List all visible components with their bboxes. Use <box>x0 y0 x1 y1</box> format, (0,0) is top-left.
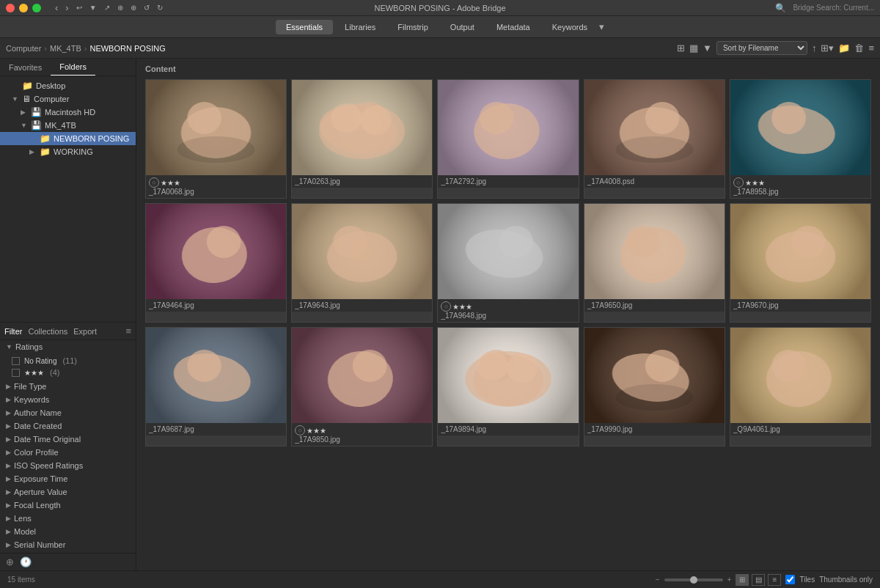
filter-group-lens[interactable]: ▶ Lens <box>0 512 136 525</box>
thumbnail-image <box>292 204 432 299</box>
thumbnail-item[interactable]: _17A9687.jpg <box>145 327 287 446</box>
filter-group-aperture[interactable]: ▶ Aperture Value <box>0 485 136 499</box>
favorites-tab[interactable]: Favorites <box>0 59 51 76</box>
folder-mk4tb[interactable]: ▼ 💾 MK_4TB <box>0 119 136 132</box>
zoom-slider[interactable] <box>664 578 723 581</box>
tab-metadata[interactable]: Metadata <box>486 20 540 34</box>
folder-newborn-posing[interactable]: 📁 NEWBORN POSING <box>0 132 136 145</box>
add-to-favorites-icon[interactable]: ⊕ <box>6 556 14 567</box>
tab-filmstrip[interactable]: Filmstrip <box>387 20 439 34</box>
thumbnail-item[interactable]: _17A2792.jpg <box>437 79 579 199</box>
zoom-minus-icon[interactable]: − <box>656 576 660 584</box>
expand-icon: ▼ <box>12 95 19 103</box>
filter-group-iso[interactable]: ▶ ISO Speed Ratings <box>0 459 136 472</box>
toolbar-icon-1[interactable]: ⊞ <box>677 43 685 54</box>
thumbnail-item[interactable]: _17A9670.jpg <box>730 203 871 323</box>
toolbar-icon-2[interactable]: ▦ <box>689 43 698 54</box>
tab-output[interactable]: Output <box>440 20 485 34</box>
tab-libraries[interactable]: Libraries <box>334 20 386 34</box>
view-list-button[interactable]: ▤ <box>752 574 765 586</box>
folders-tab[interactable]: Folders <box>51 59 95 76</box>
zoom-plus-icon[interactable]: + <box>727 576 732 584</box>
nav-btn-2[interactable]: ▼ <box>87 4 99 12</box>
thumbnail-item[interactable]: _17A9894.jpg <box>437 327 579 446</box>
tab-essentials[interactable]: Essentials <box>276 20 333 34</box>
tab-keywords[interactable]: Keywords <box>542 20 598 34</box>
view-grid-button[interactable]: ⊞ <box>736 574 749 586</box>
thumbnail-info: _17A0263.jpg <box>292 175 432 188</box>
minimize-button[interactable] <box>19 4 28 12</box>
view-options-button[interactable]: ⊞▾ <box>821 43 834 54</box>
folder-macintosh-hd[interactable]: ▶ 💾 Macintosh HD <box>0 106 136 119</box>
folder-computer[interactable]: ▼ 🖥 Computer <box>0 92 136 106</box>
breadcrumb-current[interactable]: NEWBORN POSING <box>89 44 165 53</box>
thumbnail-item[interactable]: _17A4008.psd <box>584 79 725 199</box>
thumbnail-item[interactable]: _17A9990.jpg <box>584 327 725 446</box>
folder-working[interactable]: ▶ 📁 WORKING <box>0 145 136 158</box>
back-button[interactable]: ‹ <box>53 2 60 13</box>
filter-group-datetime-original[interactable]: ▶ Date Time Original <box>0 433 136 446</box>
filter-icon[interactable]: ▼ <box>703 43 712 54</box>
filter-menu-button[interactable]: ≡ <box>125 326 131 337</box>
breadcrumb-mk4tb[interactable]: MK_4TB <box>50 44 81 53</box>
menu-button[interactable]: ≡ <box>868 43 874 54</box>
rating-checkbox[interactable] <box>12 357 20 365</box>
forward-button[interactable]: › <box>63 2 70 13</box>
thumbnail-item[interactable]: _Q9A4061.jpg <box>730 327 871 446</box>
nav-btn-5[interactable]: ⊕ <box>128 4 139 12</box>
filter-group-label: File Type <box>14 382 46 391</box>
filter-group-ratings[interactable]: ▼ Ratings <box>0 340 136 353</box>
nav-btn-7[interactable]: ↻ <box>155 4 165 12</box>
rating-checkbox[interactable] <box>12 369 20 377</box>
nav-btn-6[interactable]: ↺ <box>142 4 152 12</box>
expand-icon: ▶ <box>6 383 11 390</box>
view-detail-button[interactable]: ≡ <box>768 574 781 586</box>
filter-group-label: Model <box>14 527 36 536</box>
search-input-placeholder[interactable]: Bridge Search: Current... <box>793 4 874 12</box>
filter-group-color-profile[interactable]: ▶ Color Profile <box>0 446 136 459</box>
thumbnail-item[interactable]: ○★★★_17A9648.jpg <box>437 203 579 323</box>
collections-tab[interactable]: Collections <box>28 327 67 336</box>
thumbnail-info: _17A4008.psd <box>584 175 725 188</box>
tiles-checkbox[interactable] <box>785 575 795 584</box>
recent-files-icon[interactable]: 🕐 <box>20 556 32 567</box>
rating-3-stars[interactable]: ★★★ (4) <box>0 367 136 378</box>
close-button[interactable] <box>6 4 15 12</box>
thumbnail-item[interactable]: ○★★★_17A0068.jpg <box>145 79 287 199</box>
folder-desktop[interactable]: 📁 Desktop <box>0 79 136 92</box>
more-tabs-button[interactable]: ▾ <box>599 21 604 32</box>
filter-group-serial[interactable]: ▶ Serial Number <box>0 538 136 551</box>
desktop-folder-icon: 📁 <box>22 81 33 91</box>
export-tab[interactable]: Export <box>73 327 97 336</box>
filter-group-exposure[interactable]: ▶ Exposure Time <box>0 472 136 485</box>
expand-icon: ▶ <box>6 488 11 496</box>
filter-group-keywords[interactable]: ▶ Keywords <box>0 393 136 406</box>
thumbnail-item[interactable]: _17A0263.jpg <box>291 79 433 199</box>
content-area: Content ○★★★_17A0068.jpg_17A0263.jpg_17A… <box>136 59 880 570</box>
thumbnail-item[interactable]: ○★★★_17A9850.jpg <box>291 327 433 446</box>
delete-button[interactable]: 🗑 <box>854 43 864 54</box>
filter-tab[interactable]: Filter <box>4 327 22 336</box>
thumbnail-image <box>146 80 286 175</box>
thumbnail-item[interactable]: _17A9650.jpg <box>584 203 725 323</box>
nav-btn-1[interactable]: ↩ <box>74 4 84 12</box>
maximize-button[interactable] <box>32 4 41 12</box>
thumbnail-item[interactable]: _17A9643.jpg <box>291 203 433 323</box>
filter-group-date-created[interactable]: ▶ Date Created <box>0 419 136 433</box>
nav-btn-3[interactable]: ↗ <box>102 4 112 12</box>
sort-direction-button[interactable]: ↑ <box>812 43 817 54</box>
thumbnail-item[interactable]: _17A9464.jpg <box>145 203 287 323</box>
search-icon[interactable]: 🔍 <box>773 3 788 13</box>
rating-no-rating[interactable]: No Rating (11) <box>0 355 136 367</box>
thumbnail-item[interactable]: ○★★★_17A8958.jpg <box>730 79 871 199</box>
sort-select[interactable]: Sort by Filename Sort by Date Created So… <box>716 41 807 55</box>
filter-group-label: Lens <box>14 514 32 523</box>
new-folder-button[interactable]: 📁 <box>838 43 850 54</box>
filter-group-author[interactable]: ▶ Author Name <box>0 406 136 419</box>
filter-group-focal-length[interactable]: ▶ Focal Length <box>0 499 136 512</box>
content-header: Content <box>139 62 877 76</box>
filter-group-model[interactable]: ▶ Model <box>0 525 136 538</box>
nav-btn-4[interactable]: ⊕ <box>115 4 125 12</box>
filter-group-filetype[interactable]: ▶ File Type <box>0 380 136 393</box>
breadcrumb-computer[interactable]: Computer <box>6 44 41 53</box>
